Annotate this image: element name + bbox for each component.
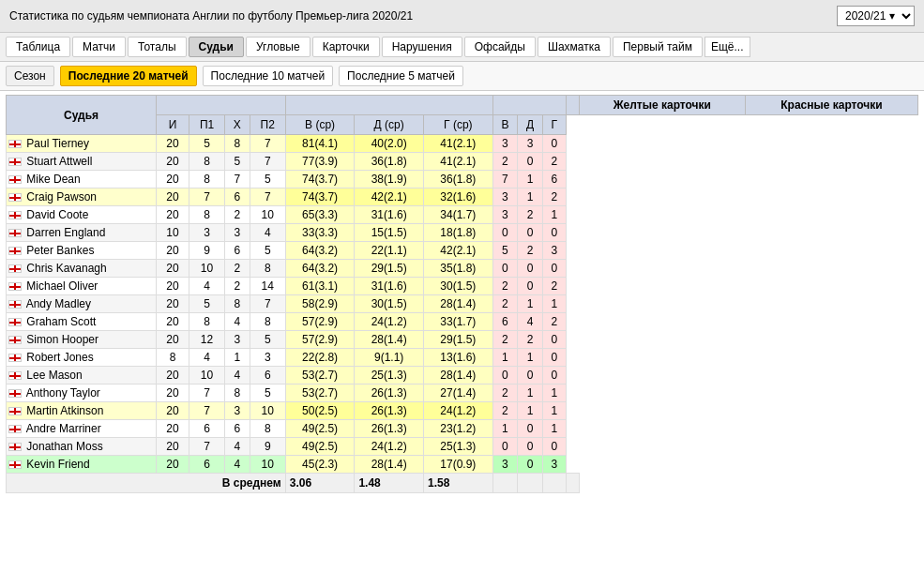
cell-В (ср): 50(2.5) (285, 402, 355, 420)
england-flag-icon (8, 264, 22, 273)
cell-П2: 5 (250, 331, 285, 349)
cell-П1: 8 (189, 313, 225, 331)
judge-name: Jonathan Moss (7, 438, 157, 456)
cell-В: 2 (492, 402, 518, 420)
cell-В: 3 (492, 135, 518, 153)
cell-Х: 4 (225, 456, 250, 474)
table-row: Peter Bankes2096564(3.2)22(1.1)42(2.1)52… (7, 242, 918, 260)
cell-И: 20 (157, 420, 189, 438)
cell-П2: 10 (250, 456, 285, 474)
cell-В: 2 (492, 153, 518, 171)
cell-Д: 4 (518, 313, 543, 331)
england-flag-icon (8, 282, 22, 291)
tab-матчи[interactable]: Матчи (72, 37, 126, 57)
cell-В (ср): 53(2.7) (285, 367, 355, 385)
cell-Д (ср): 26(1.3) (355, 420, 424, 438)
cell-В: 1 (492, 420, 518, 438)
cell-Д: 0 (518, 456, 543, 474)
cell-П1: 7 (189, 385, 225, 402)
judge-name: Stuart Attwell (7, 153, 157, 171)
england-flag-icon (8, 211, 22, 219)
cell-П2: 7 (250, 295, 285, 313)
cell-П2: 4 (250, 224, 285, 242)
cell-Д: 0 (518, 153, 543, 171)
cell-Г: 1 (543, 206, 567, 224)
page-title: Статистика по судьям чемпионата Англии п… (9, 9, 413, 23)
cell-В (ср): 22(2.8) (285, 349, 355, 367)
cell-П2: 8 (250, 260, 285, 278)
cell-Д: 2 (518, 242, 543, 260)
tab-more[interactable]: Ещё... (704, 37, 750, 57)
table-row: Jonathan Moss2074949(2.5)24(1.2)25(1.3)0… (7, 438, 918, 456)
cell-В (ср): 53(2.7) (285, 385, 355, 402)
tab-судьи[interactable]: Судьи (189, 37, 244, 57)
cell-П1: 7 (189, 188, 225, 206)
season-select[interactable]: 2020/21 ▾ (837, 6, 915, 26)
tab-карточки[interactable]: Карточки (312, 37, 380, 57)
cell-Д (ср): 24(1.2) (355, 313, 424, 331)
tab-офсайды[interactable]: Офсайды (464, 37, 536, 57)
filter-btn-последние-[interactable]: Последние 5 матчей (339, 66, 463, 86)
england-flag-icon (8, 443, 22, 451)
cell-В (ср): 61(3.1) (285, 278, 355, 295)
cell-В (ср): 45(2.3) (285, 456, 355, 474)
footer-row: В среднем3.061.481.58 (7, 474, 918, 493)
col-header-П1: П1 (189, 115, 225, 135)
cell-И: 20 (157, 206, 189, 224)
cell-П2: 5 (250, 171, 285, 188)
cell-И: 20 (157, 295, 189, 313)
cell-В: 0 (492, 367, 518, 385)
col-header-Х: Х (225, 115, 250, 135)
tab-тоталы[interactable]: Тоталы (128, 37, 186, 57)
cell-Д (ср): 25(1.3) (355, 367, 424, 385)
cell-Г: 0 (543, 331, 567, 349)
cell-Г: 2 (543, 313, 567, 331)
cell-В (ср): 74(3.7) (285, 188, 355, 206)
filter-btn-последние-[interactable]: Последние 10 матчей (203, 66, 334, 86)
england-flag-icon (8, 389, 22, 398)
cell-В (ср): 77(3.9) (285, 153, 355, 171)
cell-Д (ср): 22(1.1) (355, 242, 424, 260)
england-flag-icon (8, 425, 22, 433)
cell-В (ср): 57(2.9) (285, 331, 355, 349)
cell-Г (ср): 28(1.4) (424, 295, 493, 313)
cell-П2: 5 (250, 385, 285, 402)
cell-Г (ср): 42(2.1) (424, 242, 493, 260)
table-row: Graham Scott2084857(2.9)24(1.2)33(1.7)64… (7, 313, 918, 331)
judge-header: Судья (7, 96, 157, 135)
tab-таблица[interactable]: Таблица (6, 37, 70, 57)
cell-Д: 2 (518, 331, 543, 349)
cell-Г (ср): 17(0.9) (424, 456, 493, 474)
filter-btn-последние-[interactable]: Последние 20 матчей (60, 66, 197, 86)
cell-Г (ср): 36(1.8) (424, 171, 493, 188)
cell-Г: 2 (543, 153, 567, 171)
cell-П1: 5 (189, 135, 225, 153)
tab-угловые[interactable]: Угловые (246, 37, 311, 57)
tab-нарушения[interactable]: Нарушения (382, 37, 462, 57)
cell-Г: 3 (543, 456, 567, 474)
tab-шахматка[interactable]: Шахматка (538, 37, 611, 57)
cell-И: 10 (157, 224, 189, 242)
col-header-П2: П2 (250, 115, 285, 135)
cell-П2: 3 (250, 349, 285, 367)
cell-В: 2 (492, 278, 518, 295)
tab-первый-тайм[interactable]: Первый тайм (613, 37, 703, 57)
england-flag-icon (8, 460, 22, 469)
col-header-В: В (492, 115, 518, 135)
cell-Г (ср): 33(1.7) (424, 313, 493, 331)
cell-П2: 7 (250, 153, 285, 171)
cell-Г (ср): 25(1.3) (424, 438, 493, 456)
cell-Х: 2 (225, 260, 250, 278)
cell-Х: 5 (225, 153, 250, 171)
cell-И: 20 (157, 278, 189, 295)
cell-Х: 1 (225, 349, 250, 367)
cell-Д (ср): 26(1.3) (355, 402, 424, 420)
cell-Х: 6 (225, 420, 250, 438)
cell-Д (ср): 9(1.1) (355, 349, 424, 367)
table-row: David Coote20821065(3.3)31(1.6)34(1.7)32… (7, 206, 918, 224)
cell-Г: 0 (543, 135, 567, 153)
judge-name: Chris Kavanagh (7, 260, 157, 278)
cell-Г (ср): 32(1.6) (424, 188, 493, 206)
cell-В (ср): 57(2.9) (285, 313, 355, 331)
cell-В (ср): 49(2.5) (285, 438, 355, 456)
